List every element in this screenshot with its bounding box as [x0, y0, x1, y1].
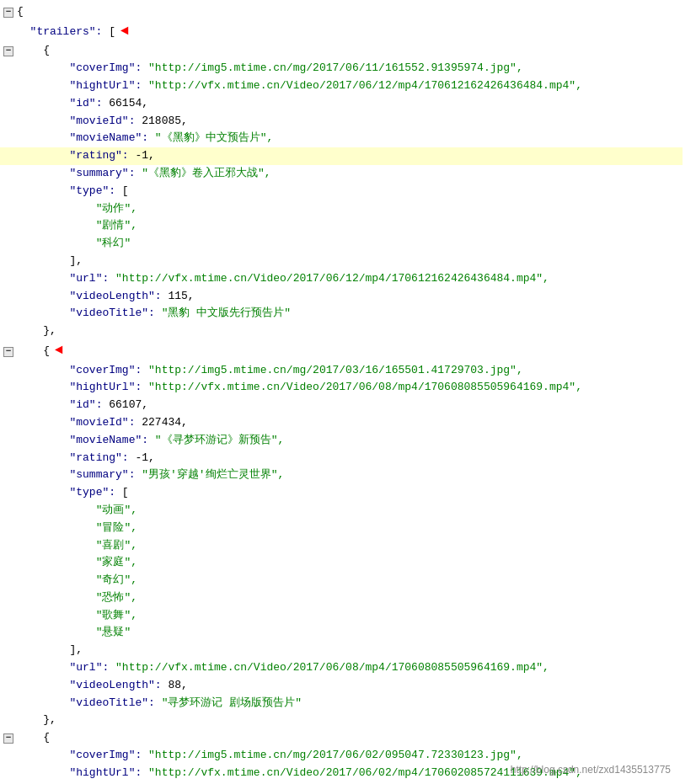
line-content: "type": [ — [17, 484, 679, 502]
line-content: ], — [17, 642, 679, 659]
line: "summary": "男孩'穿越'绚烂亡灵世界", — [0, 467, 683, 484]
line-content: "科幻" — [17, 235, 679, 253]
line: "movieId": 218085, — [0, 113, 683, 131]
line: "冒险", — [0, 520, 683, 537]
line: "coverImg": "http://img5.mtime.cn/mg/201… — [0, 362, 683, 380]
line-content: "summary": "《黑豹》卷入正邪大战", — [17, 165, 679, 183]
line-content: "summary": "男孩'穿越'绚烂亡灵世界", — [17, 467, 679, 484]
line-gutter[interactable]: − — [0, 347, 17, 357]
line-content: ], — [17, 253, 679, 270]
line-content: "id": 66107, — [17, 397, 679, 414]
line-content: "恐怖", — [17, 589, 679, 607]
line-content: "hightUrl": "http://vfx.mtime.cn/Video/2… — [17, 379, 679, 397]
line: "coverImg": "http://img5.mtime.cn/mg/201… — [0, 747, 683, 765]
line-content: { — [17, 729, 679, 747]
line-gutter[interactable]: − — [0, 8, 17, 18]
line: "url": "http://vfx.mtime.cn/Video/2017/0… — [0, 270, 683, 288]
line: "type": [ — [0, 484, 683, 502]
line: "奇幻", — [0, 572, 683, 589]
line-content: { — [17, 42, 679, 60]
line: − { — [0, 42, 683, 60]
line: − {◄ — [0, 340, 683, 362]
line: "movieId": 227434, — [0, 414, 683, 432]
line: "summary": "《黑豹》卷入正邪大战", — [0, 165, 683, 183]
line: "歌舞", — [0, 607, 683, 625]
arrow-icon: ◄ — [55, 340, 63, 362]
line-content: "url": "http://vfx.mtime.cn/Video/2017/0… — [17, 270, 679, 288]
line-content: "videoLength": 88, — [17, 677, 679, 695]
line-content: "rating": -1, — [17, 147, 679, 165]
line: "url": "http://vfx.mtime.cn/Video/2017/0… — [0, 659, 683, 677]
line-content: "type": [ — [17, 183, 679, 200]
line-content: "trailers": [◄ — [17, 21, 679, 43]
line: ], — [0, 642, 683, 659]
line-gutter[interactable]: − — [0, 46, 17, 56]
line: "videoTitle": "寻梦环游记 剧场版预告片" — [0, 695, 683, 712]
line-content: {◄ — [17, 340, 679, 362]
line-content: "videoLength": 115, — [17, 288, 679, 306]
line: "id": 66107, — [0, 397, 683, 414]
line: "trailers": [◄ — [0, 21, 683, 43]
line: "喜剧", — [0, 537, 683, 555]
json-viewer: − { "trailers": [◄ − { "coverImg": "http… — [0, 0, 696, 784]
line-content: "videoTitle": "黑豹 中文版先行预告片" — [17, 305, 679, 323]
line: "videoLength": 115, — [0, 288, 683, 306]
line-content: "movieId": 227434, — [17, 414, 679, 432]
line: "剧情", — [0, 217, 683, 235]
line-content: "奇幻", — [17, 572, 679, 589]
line: "hightUrl": "http://vfx.mtime.cn/Video/2… — [0, 77, 683, 95]
line-content: }, — [17, 712, 679, 729]
line: "id": 66154, — [0, 95, 683, 113]
line: "悬疑" — [0, 624, 683, 642]
line: "coverImg": "http://img5.mtime.cn/mg/201… — [0, 60, 683, 77]
line-content: "歌舞", — [17, 607, 679, 625]
line: }, — [0, 712, 683, 729]
line-content: { — [17, 3, 679, 21]
line: "动作", — [0, 200, 683, 218]
line: "videoLength": 88, — [0, 677, 683, 695]
line: "rating": -1, — [0, 450, 683, 467]
line-content: "coverImg": "http://img5.mtime.cn/mg/201… — [17, 60, 679, 77]
line-content: "悬疑" — [17, 624, 679, 642]
line: "type": [ — [0, 183, 683, 200]
line: "科幻" — [0, 235, 683, 253]
line-content: "家庭", — [17, 554, 679, 572]
line: "恐怖", — [0, 589, 683, 607]
line-content: "hightUrl": "http://vfx.mtime.cn/Video/2… — [17, 77, 679, 95]
line-gutter[interactable]: − — [0, 733, 17, 744]
line: }, — [0, 323, 683, 340]
line-content: "movieName": "《黑豹》中文预告片", — [17, 130, 679, 147]
line: "rating": -1, — [0, 147, 683, 165]
line: ], — [0, 253, 683, 270]
line-content: "动作", — [17, 200, 679, 218]
watermark: http://blog.csdn.net/zxd1435513775 — [511, 764, 671, 776]
line-content: }, — [17, 323, 679, 340]
line-content: "movieId": 218085, — [17, 113, 679, 131]
line-content: "videoTitle": "寻梦环游记 剧场版预告片" — [17, 695, 679, 712]
line-content: "剧情", — [17, 217, 679, 235]
collapse-button[interactable]: − — [3, 46, 13, 56]
collapse-button[interactable]: − — [3, 347, 13, 357]
line: − { — [0, 729, 683, 747]
line: "movieName": "《黑豹》中文预告片", — [0, 130, 683, 147]
line: "家庭", — [0, 554, 683, 572]
line-content: "喜剧", — [17, 537, 679, 555]
line-content: "url": "http://vfx.mtime.cn/Video/2017/0… — [17, 659, 679, 677]
line-content: "id": 66154, — [17, 95, 679, 113]
line-content: "冒险", — [17, 520, 679, 537]
line: "hightUrl": "http://vfx.mtime.cn/Video/2… — [0, 379, 683, 397]
line-content: "coverImg": "http://img5.mtime.cn/mg/201… — [17, 747, 679, 765]
line: "movieName": "《寻梦环游记》新预告", — [0, 432, 683, 450]
line: − { — [0, 3, 683, 21]
line: "动画", — [0, 502, 683, 520]
line-content: "rating": -1, — [17, 450, 679, 467]
collapse-button[interactable]: − — [3, 8, 13, 18]
collapse-button[interactable]: − — [3, 733, 13, 744]
line-content: "coverImg": "http://img5.mtime.cn/mg/201… — [17, 362, 679, 380]
line: "videoTitle": "黑豹 中文版先行预告片" — [0, 305, 683, 323]
arrow-icon: ◄ — [120, 21, 129, 43]
line-content: "movieName": "《寻梦环游记》新预告", — [17, 432, 679, 450]
line-content: "动画", — [17, 502, 679, 520]
